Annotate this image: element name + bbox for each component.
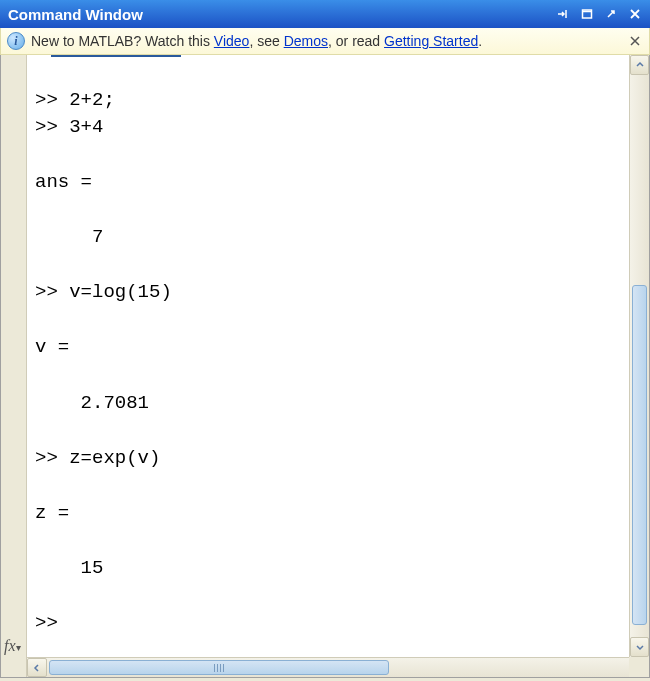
infobar-prefix: New to MATLAB? Watch this bbox=[31, 33, 214, 49]
chevron-up-icon bbox=[636, 61, 644, 69]
dock-icon bbox=[557, 8, 569, 20]
scroll-down-button[interactable] bbox=[630, 637, 649, 657]
video-link[interactable]: Video bbox=[214, 33, 250, 49]
infobar: i New to MATLAB? Watch this Video, see D… bbox=[0, 28, 650, 55]
vertical-scrollbar[interactable] bbox=[629, 55, 649, 657]
window-title: Command Window bbox=[8, 6, 552, 23]
infobar-mid1: , see bbox=[249, 33, 283, 49]
close-icon bbox=[629, 8, 641, 20]
close-icon bbox=[630, 36, 640, 46]
scroll-corner bbox=[629, 657, 649, 677]
undock-button[interactable] bbox=[600, 4, 622, 24]
content-area: fx▾ >> 2+2; >> 3+4 ans = 7 >> v=log(15) … bbox=[0, 55, 650, 678]
scroll-left-button[interactable] bbox=[27, 658, 47, 677]
titlebar: Command Window bbox=[0, 0, 650, 28]
dock-button[interactable] bbox=[552, 4, 574, 24]
scroll-up-button[interactable] bbox=[630, 55, 649, 75]
command-window-text[interactable]: >> 2+2; >> 3+4 ans = 7 >> v=log(15) v = … bbox=[27, 55, 649, 657]
infobar-text: New to MATLAB? Watch this Video, see Dem… bbox=[31, 33, 621, 49]
undock-icon bbox=[605, 8, 617, 20]
vscroll-track[interactable] bbox=[630, 75, 649, 637]
grip-icon bbox=[214, 664, 224, 672]
infobar-suffix: . bbox=[478, 33, 482, 49]
editor-area: >> 2+2; >> 3+4 ans = 7 >> v=log(15) v = … bbox=[27, 55, 649, 677]
hscroll-thumb[interactable] bbox=[49, 660, 389, 675]
chevron-down-icon bbox=[636, 643, 644, 651]
gutter: fx▾ bbox=[1, 55, 27, 677]
link-underline-stub bbox=[51, 55, 181, 57]
maximize-button[interactable] bbox=[576, 4, 598, 24]
infobar-mid2: , or read bbox=[328, 33, 384, 49]
infobar-close-button[interactable] bbox=[627, 33, 643, 49]
info-icon: i bbox=[7, 32, 25, 50]
vscroll-thumb[interactable] bbox=[632, 285, 647, 625]
getting-started-link[interactable]: Getting Started bbox=[384, 33, 478, 49]
chevron-left-icon bbox=[33, 664, 41, 672]
maximize-icon bbox=[581, 8, 593, 20]
close-button[interactable] bbox=[624, 4, 646, 24]
horizontal-scrollbar[interactable] bbox=[27, 657, 649, 677]
titlebar-buttons bbox=[552, 4, 646, 24]
hscroll-track[interactable] bbox=[47, 658, 629, 677]
fx-icon[interactable]: fx▾ bbox=[4, 637, 21, 655]
demos-link[interactable]: Demos bbox=[284, 33, 328, 49]
